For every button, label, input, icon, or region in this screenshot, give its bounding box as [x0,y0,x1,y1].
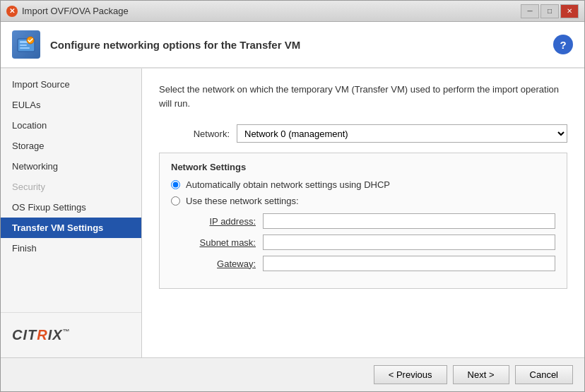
ip-address-input[interactable] [263,213,555,229]
radio-dhcp[interactable] [171,180,180,189]
svg-rect-3 [20,47,30,49]
footer: < Previous Next > Cancel [1,357,584,391]
sidebar-item-os-fixup-settings[interactable]: OS Fixup Settings [1,197,141,218]
wizard-icon [12,30,40,59]
page-title: Configure networking options for the Tra… [50,39,300,51]
titlebar-controls: ─ □ ✕ [521,4,579,18]
subnet-mask-row: Subnet mask: [185,234,555,250]
sidebar-item-networking[interactable]: Networking [1,156,141,177]
network-row: Network: Network 0 (management) [159,124,567,143]
header-left: Configure networking options for the Tra… [12,30,300,59]
sidebar-item-security: Security [1,177,141,197]
maximize-button[interactable]: □ [540,4,559,18]
sidebar-nav: Import Source EULAs Location Storage Net… [1,74,141,312]
main-window: ✕ Import OVF/OVA Package ─ □ ✕ Configure… [0,0,585,392]
sidebar-item-storage[interactable]: Storage [1,136,141,156]
sidebar-item-finish[interactable]: Finish [1,238,141,259]
radio-dhcp-label[interactable]: Automatically obtain network settings us… [186,179,390,190]
app-icon: ✕ [6,6,18,17]
minimize-button[interactable]: ─ [521,4,539,18]
subnet-mask-label: Subnet mask: [185,237,263,248]
window-title: Import OVF/OVA Package [22,6,129,16]
network-select-wrapper: Network 0 (management) [237,124,567,143]
sidebar-wrapper: Import Source EULAs Location Storage Net… [1,74,141,352]
group-title: Network Settings [171,162,555,172]
sidebar: Import Source EULAs Location Storage Net… [1,69,142,357]
radio-manual-row: Use these network settings: [171,196,555,206]
close-button[interactable]: ✕ [560,4,579,18]
subnet-mask-input[interactable] [263,234,555,250]
ip-address-row: IP address: [185,213,555,229]
sidebar-item-eulas[interactable]: EULAs [1,95,141,115]
network-settings-group: Network Settings Automatically obtain ne… [159,153,567,289]
citrix-logo: CITRIX™ [12,327,130,343]
sidebar-item-location[interactable]: Location [1,115,141,136]
radio-manual[interactable] [171,196,180,206]
header-area: Configure networking options for the Tra… [1,22,584,69]
gateway-label: Gateway: [185,259,263,269]
next-button[interactable]: Next > [453,365,509,384]
gateway-row: Gateway: [185,256,555,271]
titlebar-left: ✕ Import OVF/OVA Package [6,6,129,17]
main-area: Import Source EULAs Location Storage Net… [1,69,584,357]
network-label: Network: [159,129,237,139]
previous-button[interactable]: < Previous [374,365,447,384]
cancel-button[interactable]: Cancel [515,365,573,384]
radio-manual-label[interactable]: Use these network settings: [186,196,299,206]
manual-fields-area: IP address: Subnet mask: Gateway: [171,213,555,271]
sidebar-item-import-source[interactable]: Import Source [1,74,141,95]
help-button[interactable]: ? [553,35,573,54]
svg-rect-2 [20,44,27,46]
sidebar-item-transfer-vm-settings[interactable]: Transfer VM Settings [1,218,141,238]
network-select[interactable]: Network 0 (management) [237,124,567,143]
gateway-input[interactable] [263,256,555,271]
titlebar: ✕ Import OVF/OVA Package ─ □ ✕ [1,1,584,22]
description-text: Select the network on which the temporar… [159,83,567,110]
sidebar-logo-area: CITRIX™ [1,312,141,352]
content-area: Select the network on which the temporar… [142,69,584,357]
radio-dhcp-row: Automatically obtain network settings us… [171,179,555,190]
ip-address-label: IP address: [185,216,263,227]
